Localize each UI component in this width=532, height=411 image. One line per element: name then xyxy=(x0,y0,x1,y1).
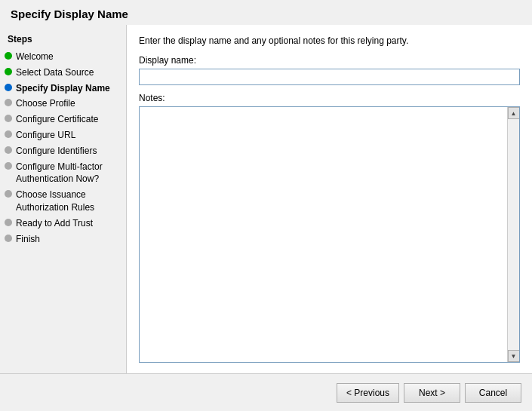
content-area: Steps WelcomeSelect Data SourceSpecify D… xyxy=(0,25,532,373)
cancel-button[interactable]: Cancel xyxy=(465,383,521,403)
dot-icon-configure-certificate xyxy=(5,115,12,122)
sidebar-item-label-configure-url: Configure URL xyxy=(16,129,75,142)
sidebar-item-label-ready-to-add-trust: Ready to Add Trust xyxy=(16,217,93,230)
title-bar: Specify Display Name xyxy=(0,0,532,25)
dot-icon-choose-issuance xyxy=(5,190,12,198)
scroll-down-button[interactable]: ▼ xyxy=(508,350,520,362)
dot-icon-choose-profile xyxy=(5,99,12,106)
dot-icon-configure-multifactor xyxy=(5,162,12,170)
sidebar-item-configure-identifiers[interactable]: Configure Identifiers xyxy=(0,143,126,159)
notes-label: Notes: xyxy=(139,93,520,103)
sidebar-item-welcome[interactable]: Welcome xyxy=(0,49,126,65)
dot-icon-configure-url xyxy=(5,130,12,138)
next-button[interactable]: Next > xyxy=(404,383,460,403)
sidebar-item-choose-profile[interactable]: Choose Profile xyxy=(0,96,126,112)
dot-icon-specify-display-name xyxy=(5,84,12,91)
sidebar-item-ready-to-add-trust[interactable]: Ready to Add Trust xyxy=(0,216,126,232)
dot-icon-ready-to-add-trust xyxy=(5,219,12,226)
sidebar: Steps WelcomeSelect Data SourceSpecify D… xyxy=(0,25,127,373)
page-title: Specify Display Name xyxy=(11,8,521,20)
sidebar-item-configure-url[interactable]: Configure URL xyxy=(0,127,126,143)
dot-icon-welcome xyxy=(5,52,12,60)
sidebar-item-label-configure-multifactor: Configure Multi-factor Authentication No… xyxy=(16,161,121,186)
sidebar-item-label-configure-identifiers: Configure Identifiers xyxy=(16,145,97,158)
sidebar-item-configure-multifactor[interactable]: Configure Multi-factor Authentication No… xyxy=(0,159,126,188)
sidebar-item-choose-issuance[interactable]: Choose Issuance Authorization Rules xyxy=(0,187,126,216)
display-name-label: Display name: xyxy=(139,55,520,66)
sidebar-item-label-select-data-source: Select Data Source xyxy=(16,66,94,79)
notes-container: ▲ ▼ xyxy=(139,106,520,363)
window: Specify Display Name Steps WelcomeSelect… xyxy=(0,0,532,411)
sidebar-item-label-choose-issuance: Choose Issuance Authorization Rules xyxy=(16,189,121,214)
footer: < Previous Next > Cancel xyxy=(0,373,532,411)
sidebar-item-label-finish: Finish xyxy=(16,233,40,246)
sidebar-item-label-specify-display-name: Specify Display Name xyxy=(16,82,110,95)
sidebar-item-label-welcome: Welcome xyxy=(16,51,54,63)
steps-label: Steps xyxy=(0,31,126,49)
scrollbar-vertical: ▲ ▼ xyxy=(507,107,519,362)
sidebar-item-select-data-source[interactable]: Select Data Source xyxy=(0,65,126,81)
main-description: Enter the display name and any optional … xyxy=(139,35,520,46)
sidebar-item-configure-certificate[interactable]: Configure Certificate xyxy=(0,112,126,127)
scroll-up-button[interactable]: ▲ xyxy=(508,107,520,119)
display-name-input[interactable] xyxy=(139,69,520,85)
previous-button[interactable]: < Previous xyxy=(337,383,399,403)
sidebar-item-label-configure-certificate: Configure Certificate xyxy=(16,113,98,126)
dot-icon-select-data-source xyxy=(5,68,12,75)
scrollbar-track xyxy=(508,119,519,350)
dot-icon-finish xyxy=(5,235,12,242)
sidebar-item-specify-display-name[interactable]: Specify Display Name xyxy=(0,81,126,97)
notes-textarea[interactable] xyxy=(140,107,507,362)
sidebar-item-finish[interactable]: Finish xyxy=(0,232,126,247)
sidebar-item-label-choose-profile: Choose Profile xyxy=(16,97,75,110)
display-name-group: Display name: xyxy=(139,55,520,85)
main-panel: Enter the display name and any optional … xyxy=(127,25,532,373)
dot-icon-configure-identifiers xyxy=(5,146,12,154)
